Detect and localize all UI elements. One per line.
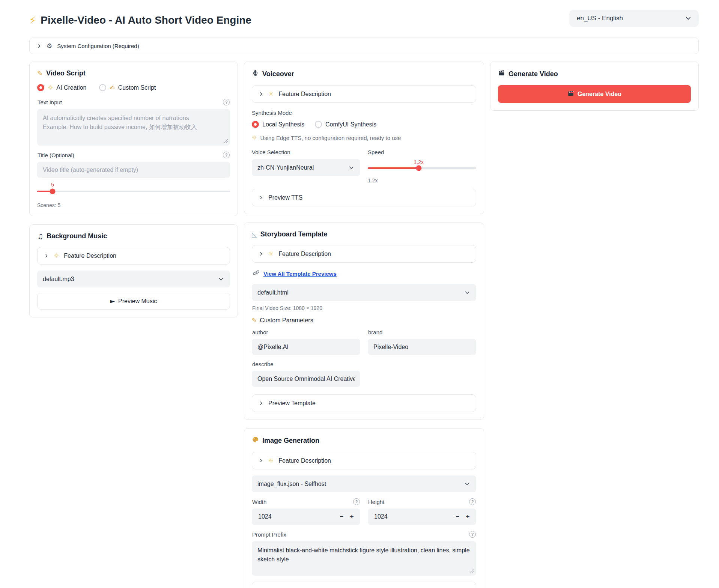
header: ⚡ Pixelle-Video - AI Auto Short Video En… — [29, 9, 699, 27]
template-select[interactable]: default.html — [252, 284, 476, 301]
scenes-slider-track[interactable] — [37, 191, 230, 192]
tts-tip: ☼ Using Edge TTS, no configuration requi… — [252, 134, 476, 141]
voiceover-panel: Voiceover ☼ Feature Description Synthesi… — [244, 62, 484, 214]
pixelle-video-app: ⚡ Pixelle-Video - AI Auto Short Video En… — [0, 0, 719, 588]
brand-field[interactable] — [368, 339, 476, 355]
chevron-right-icon — [259, 401, 263, 406]
content-columns: ✎ Video Script ☼ AI Creation ✍ Custom Sc… — [29, 62, 699, 588]
image-generation-title: Image Generation — [252, 436, 476, 445]
text-input-wrap — [37, 109, 230, 146]
width-input[interactable] — [257, 513, 337, 520]
preview-style-accordion[interactable]: Preview Style — [252, 582, 476, 588]
video-size-note: Final Video Size: 1080 × 1920 — [252, 305, 476, 311]
height-input[interactable] — [373, 513, 453, 520]
width-height-row: Width ? − + Height ? — [252, 492, 476, 525]
help-icon[interactable]: ? — [469, 531, 476, 538]
help-icon[interactable]: ? — [223, 99, 230, 105]
speed-field: Speed 1.2x 1.2x — [368, 148, 476, 183]
microphone-icon — [252, 69, 259, 78]
view-all-templates-link[interactable]: View All Template Previews — [263, 271, 337, 277]
chevron-right-icon — [37, 44, 42, 48]
height-stepper: − + — [368, 508, 476, 525]
radio-local-synthesis[interactable]: Local Synthesis — [252, 121, 304, 128]
generate-video-button[interactable]: Generate Video — [498, 85, 691, 103]
title-input[interactable] — [37, 162, 230, 178]
text-input[interactable] — [37, 109, 230, 146]
background-music-panel: ♫ Background Music ☼ Feature Description… — [29, 224, 238, 317]
lightning-icon: ⚡ — [29, 15, 36, 26]
storyboard-panel: ◺ Storyboard Template ☼ Feature Descript… — [244, 223, 484, 420]
preview-music-button[interactable]: ► Preview Music — [37, 293, 230, 310]
speed-slider-handle[interactable] — [416, 165, 421, 171]
clapperboard-icon — [567, 90, 574, 98]
language-select[interactable]: en_US - English — [569, 10, 699, 27]
text-input-label-row: Text Input ? — [38, 99, 230, 105]
storyboard-feature-accordion[interactable]: ☼ Feature Description — [252, 245, 476, 263]
minus-button[interactable]: − — [337, 513, 347, 520]
background-music-title: ♫ Background Music — [37, 232, 230, 240]
system-config-label: System Configuration (Required) — [57, 43, 139, 49]
palette-icon — [252, 436, 259, 445]
speed-slider-track[interactable] — [368, 167, 476, 169]
width-label-row: Width ? — [252, 498, 360, 505]
music-file-select[interactable]: default.mp3 — [37, 271, 230, 287]
memo-icon: ✎ — [37, 69, 43, 77]
language-select-value: en_US - English — [577, 15, 623, 22]
chevron-right-icon — [259, 251, 263, 256]
bulb-icon: ☼ — [268, 250, 274, 257]
height-label-row: Height ? — [368, 498, 476, 505]
voice-select[interactable]: zh-CN-YunjianNeural — [252, 159, 360, 176]
describe-field[interactable] — [252, 371, 360, 387]
chevron-down-icon — [684, 15, 692, 22]
bulb-icon: ☼ — [268, 90, 274, 98]
prompt-prefix-input[interactable]: Minimalist black-and-white matchstick fi… — [252, 541, 476, 576]
generate-video-panel: Generate Video Generate Video — [490, 62, 699, 111]
scenes-slider-handle[interactable] — [50, 189, 56, 194]
preview-template-accordion[interactable]: Preview Template — [252, 394, 476, 412]
radio-custom-script[interactable]: ✍ Custom Script — [99, 84, 156, 91]
music-feature-accordion[interactable]: ☼ Feature Description — [37, 247, 230, 265]
plus-button[interactable]: + — [347, 513, 357, 520]
minus-button[interactable]: − — [453, 513, 463, 520]
author-field[interactable] — [252, 339, 360, 355]
bulb-icon: ☼ — [48, 84, 53, 91]
author-brand-row: author brand — [252, 325, 476, 355]
radio-unselected-icon — [315, 121, 322, 128]
chevron-down-icon — [218, 276, 224, 283]
radio-selected-icon — [37, 84, 44, 91]
speed-slider: 1.2x 1.2x — [368, 159, 476, 183]
link-icon — [252, 269, 260, 278]
prompt-prefix-label-row: Prompt Prefix ? — [252, 531, 476, 538]
writing-hand-icon: ✍ — [110, 84, 114, 91]
memo-icon: ✎ — [252, 317, 257, 324]
script-mode-radio-group: ☼ AI Creation ✍ Custom Script — [37, 84, 230, 91]
radio-unselected-icon — [99, 84, 106, 91]
bulb-icon: ☼ — [252, 134, 257, 141]
voiceover-title: Voiceover — [252, 69, 476, 78]
preview-tts-accordion[interactable]: Preview TTS — [252, 189, 476, 206]
title-label-row: Title (Optional) ? — [38, 152, 230, 158]
chevron-down-icon — [348, 164, 355, 171]
page-title: ⚡ Pixelle-Video - AI Auto Short Video En… — [29, 14, 251, 26]
radio-ai-creation[interactable]: ☼ AI Creation — [37, 84, 86, 91]
video-script-title: ✎ Video Script — [37, 69, 230, 77]
author-label: author — [252, 329, 360, 335]
voiceover-feature-accordion[interactable]: ☼ Feature Description — [252, 85, 476, 103]
app-title-text: Pixelle-Video - AI Auto Short Video Engi… — [41, 14, 251, 26]
help-icon[interactable]: ? — [469, 498, 476, 505]
synthesis-mode-radio-group: Local Synthesis ComfyUI Synthesis — [252, 121, 476, 128]
image-feature-accordion[interactable]: ☼ Feature Description — [252, 452, 476, 469]
brand-label: brand — [368, 329, 476, 335]
help-icon[interactable]: ? — [223, 152, 230, 158]
triangle-ruler-icon: ◺ — [252, 230, 257, 238]
help-icon[interactable]: ? — [353, 498, 360, 505]
workflow-select[interactable]: image_flux.json - Selfhost — [252, 475, 476, 492]
custom-parameters-heading: ✎ Custom Parameters — [252, 317, 476, 324]
title-input-label: Title (Optional) — [38, 152, 74, 158]
play-icon: ► — [110, 298, 115, 305]
plus-button[interactable]: + — [463, 513, 473, 520]
radio-comfyui-synthesis[interactable]: ComfyUI Synthesis — [315, 121, 376, 128]
system-config-accordion[interactable]: ⚙ System Configuration (Required) — [29, 38, 699, 54]
describe-row: describe — [252, 355, 476, 387]
scenes-caption: Scenes: 5 — [37, 202, 230, 208]
